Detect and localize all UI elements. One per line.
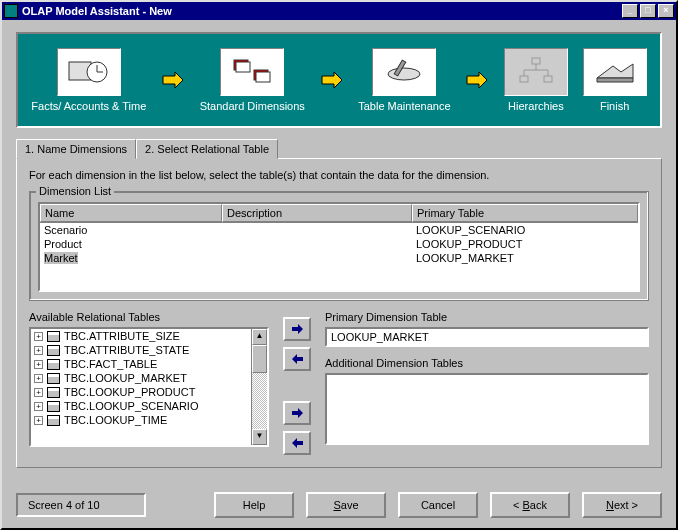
app-icon [4, 4, 18, 18]
remove-from-additional-button[interactable] [283, 431, 311, 455]
expand-icon[interactable]: + [34, 346, 43, 355]
expand-icon[interactable]: + [34, 388, 43, 397]
additional-dimension-tables-label: Additional Dimension Tables [325, 357, 649, 369]
available-tables-label: Available Relational Tables [29, 311, 269, 323]
scroll-up-button[interactable]: ▲ [252, 329, 267, 345]
list-item[interactable]: +TBC.ATTRIBUTE_SIZE [31, 329, 251, 343]
arrow-icon [161, 70, 185, 90]
tab-name-dimensions[interactable]: 1. Name Dimensions [16, 139, 136, 159]
list-item[interactable]: +TBC.LOOKUP_SCENARIO [31, 399, 251, 413]
list-item[interactable]: +TBC.LOOKUP_TIME [31, 413, 251, 427]
table-icon [47, 401, 60, 412]
next-button[interactable]: Next > [582, 492, 662, 518]
step-facts-icon [57, 48, 121, 96]
table-icon [47, 345, 60, 356]
back-button[interactable]: < Back [490, 492, 570, 518]
svg-rect-12 [544, 76, 552, 82]
dimension-list-group: Dimension List Name Description Primary … [29, 191, 649, 301]
col-header-description[interactable]: Description [222, 204, 412, 222]
svg-point-8 [388, 68, 420, 80]
scroll-down-button[interactable]: ▼ [252, 429, 267, 445]
dimension-list-label: Dimension List [36, 185, 114, 197]
arrow-icon [320, 70, 344, 90]
additional-dimension-tables-listbox[interactable] [325, 373, 649, 445]
scrollbar[interactable]: ▲ ▼ [251, 329, 267, 445]
tab-panel: For each dimension in the list below, se… [16, 158, 662, 468]
remove-from-primary-button[interactable] [283, 347, 311, 371]
step-facts[interactable]: Facts/ Accounts & Time [31, 48, 146, 112]
step-label: Finish [583, 100, 647, 112]
scroll-thumb[interactable] [252, 345, 267, 373]
step-table-maintenance[interactable]: Table Maintenance [358, 48, 450, 112]
close-button[interactable]: × [658, 4, 674, 18]
minimize-button[interactable]: _ [622, 4, 638, 18]
wizard-window: OLAP Model Assistant - New _ □ × Facts/ … [0, 0, 678, 530]
table-icon [47, 331, 60, 342]
table-icon [47, 387, 60, 398]
tab-select-relational-table[interactable]: 2. Select Relational Table [136, 139, 278, 159]
save-button[interactable]: Save [306, 492, 386, 518]
screen-indicator: Screen 4 of 10 [16, 493, 146, 517]
arrow-icon [465, 70, 489, 90]
titlebar: OLAP Model Assistant - New _ □ × [2, 2, 676, 20]
expand-icon[interactable]: + [34, 416, 43, 425]
dimension-table[interactable]: Name Description Primary Table ScenarioL… [38, 202, 640, 292]
step-label: Standard Dimensions [200, 100, 305, 112]
primary-dimension-table-input[interactable] [325, 327, 649, 347]
table-icon [47, 373, 60, 384]
col-header-name[interactable]: Name [40, 204, 222, 222]
table-icon [47, 415, 60, 426]
table-row[interactable]: ScenarioLOOKUP_SCENARIO [40, 223, 638, 237]
tab-row: 1. Name Dimensions 2. Select Relational … [16, 138, 662, 158]
col-header-primary-table[interactable]: Primary Table [412, 204, 638, 222]
table-row[interactable]: ProductLOOKUP_PRODUCT [40, 237, 638, 251]
wizard-step-banner: Facts/ Accounts & Time Standard Dimensio… [16, 32, 662, 128]
step-dimensions[interactable]: Standard Dimensions [200, 48, 305, 112]
table-icon [47, 359, 60, 370]
available-tables-listbox[interactable]: +TBC.ATTRIBUTE_SIZE+TBC.ATTRIBUTE_STATE+… [29, 327, 269, 447]
expand-icon[interactable]: + [34, 332, 43, 341]
svg-rect-7 [256, 72, 270, 82]
list-item[interactable]: +TBC.FACT_TABLE [31, 357, 251, 371]
primary-dimension-table-label: Primary Dimension Table [325, 311, 649, 323]
cancel-button[interactable]: Cancel [398, 492, 478, 518]
instruction-text: For each dimension in the list below, se… [29, 169, 649, 181]
help-button[interactable]: Help [214, 492, 294, 518]
list-item[interactable]: +TBC.LOOKUP_PRODUCT [31, 385, 251, 399]
step-label: Table Maintenance [358, 100, 450, 112]
table-row[interactable]: MarketLOOKUP_MARKET [40, 251, 638, 265]
expand-icon[interactable]: + [34, 360, 43, 369]
scroll-track[interactable] [252, 373, 267, 429]
move-to-primary-button[interactable] [283, 317, 311, 341]
maximize-button[interactable]: □ [640, 4, 656, 18]
list-item[interactable]: +TBC.LOOKUP_MARKET [31, 371, 251, 385]
svg-rect-10 [532, 58, 540, 64]
svg-rect-11 [520, 76, 528, 82]
step-hierarchies-icon [504, 48, 568, 96]
move-to-additional-button[interactable] [283, 401, 311, 425]
step-label: Facts/ Accounts & Time [31, 100, 146, 112]
step-finish-icon [583, 48, 647, 96]
list-item[interactable]: +TBC.ATTRIBUTE_STATE [31, 343, 251, 357]
step-finish[interactable]: Finish [583, 48, 647, 112]
window-title: OLAP Model Assistant - New [22, 5, 622, 17]
svg-rect-5 [236, 62, 250, 72]
expand-icon[interactable]: + [34, 374, 43, 383]
step-label: Hierarchies [504, 100, 568, 112]
step-hierarchies[interactable]: Hierarchies [504, 48, 568, 112]
step-table-maintenance-icon [372, 48, 436, 96]
expand-icon[interactable]: + [34, 402, 43, 411]
step-dimensions-icon [220, 48, 284, 96]
